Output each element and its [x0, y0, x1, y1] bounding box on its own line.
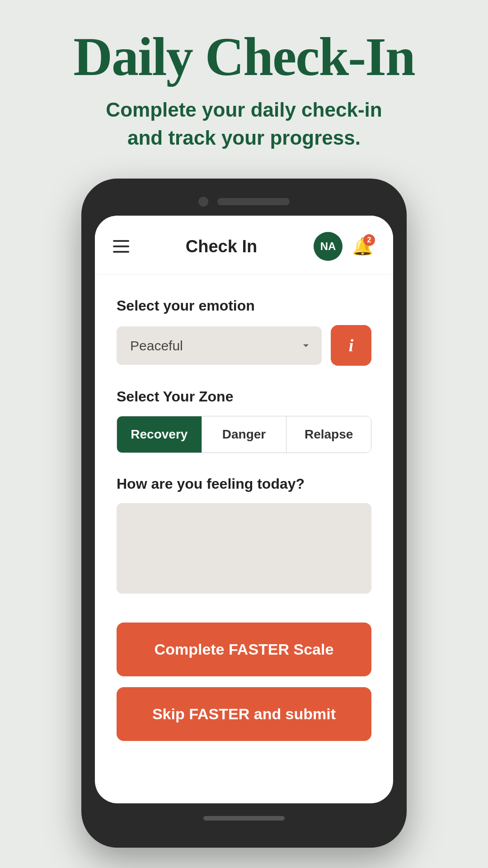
notification-badge: 2: [363, 234, 375, 246]
hamburger-menu-button[interactable]: [113, 240, 129, 253]
phone-notch: [95, 197, 393, 207]
emotion-info-button[interactable]: i: [331, 325, 371, 366]
header-right: NA 🔔 2: [314, 232, 375, 261]
feeling-textarea[interactable]: [117, 503, 371, 594]
feeling-section-label: How are you feeling today?: [117, 476, 371, 492]
emotion-select[interactable]: Peaceful Happy Anxious Angry Sad Fearful: [117, 326, 322, 365]
phone-speaker: [217, 198, 290, 205]
zone-relapse-button[interactable]: Relapse: [286, 416, 371, 453]
emotion-section-label: Select your emotion: [117, 297, 371, 314]
info-icon: i: [349, 335, 354, 355]
phone-camera: [198, 197, 208, 207]
phone-screen: Check In NA 🔔 2 Select your emotion Peac…: [95, 216, 393, 803]
zone-section-label: Select Your Zone: [117, 388, 371, 405]
emotion-section: Select your emotion Peaceful Happy Anxio…: [117, 297, 371, 366]
page-header: Daily Check-In Complete your daily check…: [37, 0, 450, 170]
phone-bottom: [95, 816, 393, 821]
phone-home-bar: [203, 816, 285, 821]
zone-section: Select Your Zone Recovery Danger Relapse: [117, 388, 371, 453]
feeling-section: How are you feeling today?: [117, 476, 371, 595]
app-header: Check In NA 🔔 2: [95, 216, 393, 275]
zone-recovery-button[interactable]: Recovery: [117, 416, 202, 453]
page-subtitle: Complete your daily check-inand track yo…: [73, 96, 414, 151]
complete-faster-button[interactable]: Complete FASTER Scale: [117, 623, 371, 676]
zone-buttons: Recovery Danger Relapse: [117, 416, 371, 453]
notification-bell-container[interactable]: 🔔 2: [351, 234, 375, 259]
zone-danger-button[interactable]: Danger: [202, 416, 287, 453]
emotion-row: Peaceful Happy Anxious Angry Sad Fearful…: [117, 325, 371, 366]
app-content: Select your emotion Peaceful Happy Anxio…: [95, 275, 393, 768]
skip-faster-button[interactable]: Skip FASTER and submit: [117, 687, 371, 741]
page-title: Daily Check-In: [73, 27, 414, 87]
phone-frame: Check In NA 🔔 2 Select your emotion Peac…: [81, 179, 407, 848]
avatar[interactable]: NA: [314, 232, 343, 261]
app-header-title: Check In: [186, 237, 257, 256]
